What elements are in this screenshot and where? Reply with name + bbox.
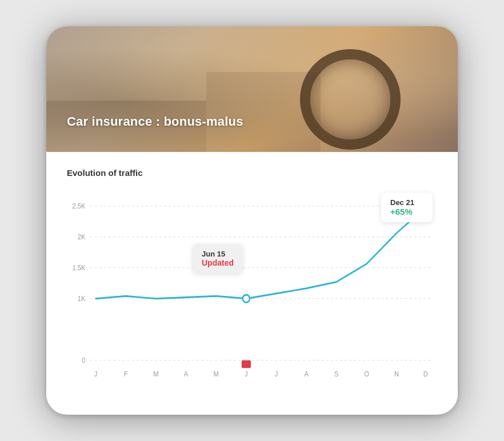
svg-text:1.5K: 1.5K bbox=[72, 264, 85, 272]
svg-point-25 bbox=[243, 295, 250, 303]
hero-title: Car insurance : bonus-malus bbox=[67, 114, 243, 129]
svg-rect-24 bbox=[242, 360, 251, 368]
svg-text:0: 0 bbox=[82, 356, 86, 364]
svg-text:A: A bbox=[184, 370, 189, 378]
svg-text:J: J bbox=[94, 370, 98, 378]
hero-image: Car insurance : bonus-malus bbox=[46, 26, 458, 152]
chart-title: Evolution of traffic bbox=[67, 168, 437, 178]
svg-text:N: N bbox=[394, 370, 399, 378]
chart-section: Evolution of traffic Jun 15 Updated Dec … bbox=[46, 152, 458, 404]
tooltip-jun: Jun 15 Updated bbox=[193, 244, 243, 273]
svg-text:2K: 2K bbox=[78, 233, 86, 241]
svg-text:M: M bbox=[214, 370, 219, 378]
svg-text:O: O bbox=[364, 370, 369, 378]
tooltip-dec-date: Dec 21 bbox=[390, 198, 423, 207]
tooltip-dec-percent: +65% bbox=[390, 207, 423, 217]
svg-rect-1 bbox=[206, 72, 321, 152]
svg-text:D: D bbox=[423, 370, 428, 378]
chart-container: Jun 15 Updated Dec 21 +65% bbox=[67, 187, 437, 392]
tooltip-jun-date: Jun 15 bbox=[202, 250, 234, 258]
svg-text:2.5K: 2.5K bbox=[72, 202, 85, 210]
svg-text:M: M bbox=[153, 370, 158, 378]
svg-text:J: J bbox=[245, 370, 248, 378]
tooltip-dec: Dec 21 +65% bbox=[381, 193, 433, 222]
svg-text:1K: 1K bbox=[78, 295, 86, 303]
svg-text:S: S bbox=[334, 370, 339, 378]
tooltip-jun-status: Updated bbox=[202, 258, 234, 267]
svg-text:J: J bbox=[275, 370, 278, 378]
svg-text:F: F bbox=[124, 370, 128, 378]
svg-text:A: A bbox=[304, 370, 309, 378]
tablet-frame: Car insurance : bonus-malus Evolution of… bbox=[46, 26, 458, 415]
